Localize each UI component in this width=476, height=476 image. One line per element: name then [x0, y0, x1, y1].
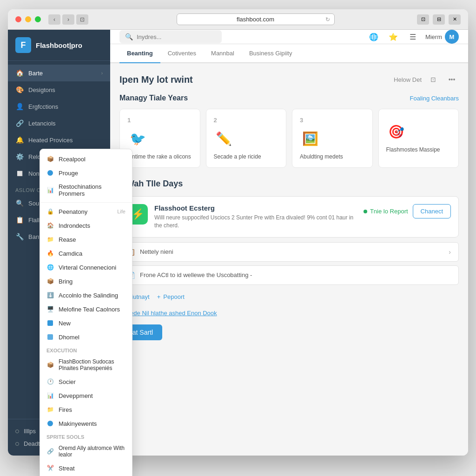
list-item-2[interactable]: 📄 Frone ACtl to id wellewe the Uscobatti…	[119, 265, 459, 285]
featured-item-actions: Tnie lo Report Chanect	[364, 204, 451, 218]
sidebar-item-letanciols[interactable]: 🔗 Letanciols	[8, 115, 110, 132]
sidebar-item-flall-label: Flall	[28, 217, 40, 224]
sidebar-item-desigtons[interactable]: 🎨 Desigtons	[8, 81, 110, 98]
card-2-icon: ✏️	[214, 128, 234, 149]
star-icon-btn[interactable]: ⭐	[386, 30, 400, 44]
circle-blue-icon	[46, 169, 54, 177]
dropdown-item-socier-label: Socier	[59, 378, 76, 385]
list-item-1-left: 📋 Nettely nieni	[127, 248, 173, 256]
plus-icon: +	[157, 293, 161, 300]
dropdown-item-indrond[interactable]: 🏠 Indrondects	[40, 218, 132, 232]
featured-item-header: ⚡ Flasshoot Ecsterg Willl neure suppocif…	[127, 204, 451, 230]
file-icon: 📁	[46, 406, 54, 413]
featured-item-name: Flasshoot Ecsterg	[154, 204, 357, 212]
grid-icon: ◻️	[15, 169, 24, 178]
more-icon-btn[interactable]: •••	[445, 73, 459, 86]
dropdown-item-camdica[interactable]: 🔥 Camdica	[40, 246, 132, 260]
back-button[interactable]: ‹	[48, 14, 60, 25]
dropdown-item-rease[interactable]: 📁 Rease	[40, 232, 132, 246]
top-nav-right: 🌐 ⭐ ☰ Mierm M	[367, 30, 459, 44]
sidebar-item-heated[interactable]: 🔔 Heated Provices	[8, 132, 110, 148]
status-badge: Tnie lo Report	[364, 208, 408, 215]
dropdown-item-accolnlo-label: Accolnlo the Salinding	[59, 292, 118, 299]
tab-beanting[interactable]: Beanting	[119, 44, 160, 63]
monitor-icon: 🖥️	[46, 305, 54, 313]
sidebar-item-barte[interactable]: 🏠 Barte ›	[8, 65, 110, 81]
fullscreen-button[interactable]	[35, 16, 41, 22]
user-avatar[interactable]: M	[445, 30, 459, 44]
dropdown-item-accolnlo[interactable]: ⬇️ Accolnlo the Salinding	[40, 288, 132, 302]
dropdown-item-restoch[interactable]: 📊 Restochinations Pronmers	[40, 180, 132, 200]
card-2[interactable]: 2 ✏️ Secade a ple ricide	[206, 109, 287, 168]
section-title-row: Managy Tiale Years Foaling Cleanbars	[119, 94, 459, 102]
globe-icon-btn[interactable]: 🌐	[367, 30, 381, 44]
search-input[interactable]	[137, 33, 216, 40]
dropdown-item-oremd[interactable]: 🔗 Oremd Ally alutromce With lealor	[40, 442, 132, 461]
sidebar-item-ergfcctions[interactable]: 👤 Ergfcctions	[8, 98, 110, 115]
logo-text: Flashboot|pro	[36, 41, 82, 49]
user-area[interactable]: Mierm M	[425, 30, 459, 44]
connect-button[interactable]: Chanect	[413, 204, 451, 218]
sidebar-item-heated-label: Heated Provices	[28, 137, 73, 144]
link-icon-dd: 🔗	[46, 448, 54, 455]
dropdown-item-socier[interactable]: 🕐 Socier	[40, 375, 132, 389]
globe-icon-dd: 🌐	[46, 264, 54, 271]
lock-icon: 🔒	[46, 208, 54, 215]
dropdown-item-new[interactable]: New	[40, 316, 132, 330]
dropdown-item-rcealpool[interactable]: 📦 Rcealpool	[40, 152, 132, 166]
search-icon: 🔍	[15, 199, 24, 207]
section-link[interactable]: Foaling Cleanbars	[410, 95, 459, 102]
forward-button[interactable]: ›	[62, 14, 74, 25]
tab-business[interactable]: Business Gipiity	[242, 44, 299, 63]
featured-item-desc: Willl neure suppocifed Usciocs 2 Sunter …	[154, 214, 357, 230]
dropdown-item-prouge[interactable]: Prouge	[40, 166, 132, 180]
page-title: Ipen My lot rwint	[119, 74, 193, 85]
card-4[interactable]: 🎯 Flashmostes Massipe	[378, 109, 459, 168]
dropdown-item-flashboction[interactable]: 📦 FlashBoction Sudocas Plnaites Panespen…	[40, 355, 132, 375]
dropdown-item-prouge-label: Prouge	[59, 170, 78, 177]
dropdown-item-makiny[interactable]: Makinyewents	[40, 416, 132, 430]
plus-action-btn[interactable]: + Pepoort	[157, 293, 185, 300]
dropdown-section-execution: Exocution	[40, 344, 132, 355]
dropdown-item-streat[interactable]: ✂️ Streat	[40, 461, 132, 475]
scissors-icon: ✂️	[46, 464, 54, 472]
titlebar-right: ⊡ ⊟ ✕	[417, 14, 461, 25]
card-3-number: 3	[300, 117, 303, 124]
dropdown-item-melofine[interactable]: 🖥️ Melofine Teal Caolnors	[40, 302, 132, 316]
dropdown-item-fires[interactable]: 📁 Fires	[40, 403, 132, 416]
card-3[interactable]: 3 🖼️ Abuldting medets	[292, 109, 373, 168]
menu-icon-btn[interactable]: ☰	[406, 30, 420, 44]
link-text[interactable]: Ducede Nil hlathe ashed Enon Dook	[119, 310, 217, 317]
sidebar-logo: F Flashboot|pro	[8, 30, 110, 61]
plus-label: Pepoort	[163, 293, 185, 300]
sidebar-footer-illlps-label: Illlps	[24, 428, 36, 435]
dropdown-item-bring[interactable]: 📦 Bring	[40, 274, 132, 288]
user-icon: 👤	[15, 102, 24, 111]
window-btn-3[interactable]: ✕	[449, 14, 461, 25]
tab-bar: Beanting Cotiventes Mannbal Business Gip…	[110, 44, 468, 63]
page-header: Ipen My lot rwint Helow Det ⊡ •••	[119, 73, 459, 86]
list-item-1[interactable]: 📋 Nettely nieni ›	[119, 242, 459, 262]
pkg-icon: 📦	[46, 361, 54, 369]
dropdown-item-virteral[interactable]: 🌐 Virteral Connenecioni	[40, 260, 132, 274]
url-bar[interactable]: flashboot.com	[177, 13, 335, 25]
window-btn-2[interactable]: ⊟	[433, 14, 445, 25]
copy-icon-btn[interactable]: ⊡	[426, 73, 440, 86]
action-bar: ✓ Ciutnayt + Pepoort	[119, 289, 459, 305]
dropdown-item-dhomel[interactable]: Dhomel	[40, 330, 132, 344]
status-label: Tnie lo Report	[370, 208, 408, 215]
close-button[interactable]	[15, 16, 21, 22]
tab-mannbal[interactable]: Mannbal	[204, 44, 242, 63]
dropdown-item-peenatony[interactable]: 🔒 Peenatony Life	[40, 205, 132, 218]
minimize-button[interactable]	[25, 16, 31, 22]
tab-cotiventes[interactable]: Cotiventes	[160, 44, 204, 63]
dropdown-item-deveppment[interactable]: 📊 Deveppment	[40, 389, 132, 403]
box-icon: 📦	[46, 278, 54, 285]
search-icon-nav: 🔍	[125, 33, 133, 40]
page-button[interactable]: ⊡	[76, 14, 88, 25]
sidebar-footer-deadt-label: Deadt	[24, 440, 40, 447]
bar-icon: 📊	[46, 392, 54, 399]
main-content: 🔍 🌐 ⭐ ☰ Mierm M Beanting Cotiventes Ma	[110, 30, 468, 456]
window-btn-1[interactable]: ⊡	[417, 14, 429, 25]
tool-icon: 🔧	[15, 232, 24, 241]
